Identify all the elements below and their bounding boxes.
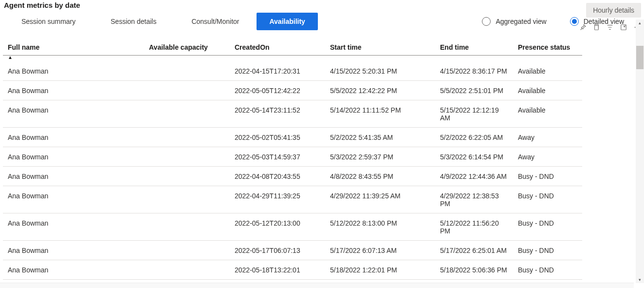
- cell-end-time: 5/18/2022 5:06:36 PM: [435, 266, 513, 274]
- scroll-thumb[interactable]: [636, 46, 644, 69]
- cell-available-capacity: [144, 219, 230, 235]
- cell-start-time: 4/8/2022 8:43:55 PM: [325, 173, 435, 180]
- cell-end-time: 5/5/2022 2:51:01 PM: [435, 87, 513, 95]
- col-created-on[interactable]: CreatedOn: [230, 43, 325, 51]
- data-table: Full name ▲ Available capacity CreatedOn…: [3, 40, 582, 280]
- cell-end-time: 5/2/2022 6:22:05 AM: [435, 134, 513, 141]
- cell-presence-status: Available: [513, 87, 581, 95]
- col-available-capacity[interactable]: Available capacity: [144, 43, 230, 51]
- cell-start-time: 5/5/2022 12:42:22 PM: [325, 87, 435, 95]
- cell-presence-status: Busy - DND: [513, 247, 581, 254]
- cell-presence-status: Busy - DND: [513, 219, 581, 235]
- cell-end-time: 5/3/2022 6:14:54 PM: [435, 153, 513, 161]
- cell-full-name: Ana Bowman: [3, 106, 144, 122]
- cell-available-capacity: [144, 247, 230, 254]
- tab-session-details[interactable]: Session details: [93, 13, 174, 30]
- tab-consult-monitor[interactable]: Consult/Monitor: [174, 13, 257, 30]
- cell-full-name: Ana Bowman: [3, 67, 144, 75]
- scrollbar-vertical[interactable]: ▴ ▾: [636, 19, 644, 283]
- cell-start-time: 5/18/2022 1:22:01 PM: [325, 266, 435, 274]
- radio-icon: [570, 17, 579, 26]
- cell-available-capacity: [144, 67, 230, 75]
- cell-start-time: 5/17/2022 6:07:13 AM: [325, 247, 435, 254]
- cell-full-name: Ana Bowman: [3, 153, 144, 161]
- cell-end-time: 5/17/2022 6:25:01 AM: [435, 247, 513, 254]
- cell-available-capacity: [144, 87, 230, 95]
- table-row[interactable]: Ana Bowman2022-05-17T06:07:135/17/2022 6…: [3, 241, 582, 260]
- scroll-up-icon[interactable]: ▴: [636, 19, 644, 26]
- cell-start-time: 4/15/2022 5:20:31 PM: [325, 67, 435, 75]
- col-start-time[interactable]: Start time: [325, 43, 435, 51]
- cell-created-on: 2022-05-18T13:22:01: [230, 266, 325, 274]
- table-row[interactable]: Ana Bowman2022-05-03T14:59:375/3/2022 2:…: [3, 147, 582, 167]
- cell-available-capacity: [144, 266, 230, 274]
- cell-presence-status: Available: [513, 106, 581, 122]
- scrollbar-horizontal[interactable]: [0, 283, 634, 288]
- cell-presence-status: Away: [513, 153, 581, 161]
- cell-full-name: Ana Bowman: [3, 192, 144, 208]
- cell-available-capacity: [144, 192, 230, 208]
- cell-full-name: Ana Bowman: [3, 134, 144, 141]
- cell-presence-status: Busy - DND: [513, 192, 581, 208]
- radio-label: Aggregated view: [496, 18, 546, 25]
- cell-end-time: 5/12/2022 11:56:20 PM: [435, 219, 513, 235]
- tab-availability[interactable]: Availability: [257, 13, 317, 30]
- cell-end-time: 4/15/2022 8:36:17 PM: [435, 67, 513, 75]
- table-row[interactable]: Ana Bowman2022-05-12T20:13:005/12/2022 8…: [3, 213, 582, 241]
- cell-presence-status: Busy - DND: [513, 266, 581, 274]
- cell-presence-status: Busy - DND: [513, 173, 581, 180]
- page-title: Agent metrics by date: [0, 0, 634, 11]
- scroll-down-icon[interactable]: ▾: [636, 276, 644, 283]
- toolbar: Session summary Session details Consult/…: [0, 11, 634, 32]
- cell-start-time: 4/29/2022 11:39:25 AM: [325, 192, 435, 208]
- sort-ascending-icon: ▲: [8, 55, 13, 60]
- col-full-name[interactable]: Full name ▲: [3, 43, 144, 51]
- cell-end-time: 5/15/2022 12:12:19 AM: [435, 106, 513, 122]
- cell-full-name: Ana Bowman: [3, 247, 144, 254]
- table-row[interactable]: Ana Bowman2022-05-02T05:41:355/2/2022 5:…: [3, 128, 582, 147]
- cell-presence-status: Away: [513, 134, 581, 141]
- cell-full-name: Ana Bowman: [3, 266, 144, 274]
- cell-created-on: 2022-04-08T20:43:55: [230, 173, 325, 180]
- table-row[interactable]: Ana Bowman2022-04-15T17:20:314/15/2022 5…: [3, 61, 582, 81]
- cell-end-time: 4/29/2022 12:38:53 PM: [435, 192, 513, 208]
- cell-available-capacity: [144, 134, 230, 141]
- cell-created-on: 2022-05-05T12:42:22: [230, 87, 325, 95]
- cell-end-time: 4/9/2022 12:44:36 AM: [435, 173, 513, 180]
- cell-available-capacity: [144, 106, 230, 122]
- radio-aggregated-view[interactable]: Aggregated view: [482, 17, 546, 26]
- cell-created-on: 2022-05-17T06:07:13: [230, 247, 325, 254]
- cell-created-on: 2022-04-29T11:39:25: [230, 192, 325, 208]
- cell-start-time: 5/12/2022 8:13:00 PM: [325, 219, 435, 235]
- pin-icon[interactable]: [579, 23, 587, 31]
- cell-available-capacity: [144, 153, 230, 161]
- filter-icon[interactable]: [606, 23, 614, 31]
- table-header: Full name ▲ Available capacity CreatedOn…: [3, 40, 582, 56]
- cell-presence-status: Available: [513, 67, 581, 75]
- focus-mode-icon[interactable]: [620, 23, 627, 31]
- tabs: Session summary Session details Consult/…: [4, 13, 318, 30]
- cell-start-time: 5/3/2022 2:59:37 PM: [325, 153, 435, 161]
- table-body: Ana Bowman2022-04-15T17:20:314/15/2022 5…: [3, 61, 582, 280]
- table-row[interactable]: Ana Bowman2022-05-14T23:11:525/14/2022 1…: [3, 100, 582, 128]
- cell-created-on: 2022-05-02T05:41:35: [230, 134, 325, 141]
- cell-full-name: Ana Bowman: [3, 219, 144, 235]
- table-row[interactable]: Ana Bowman2022-05-05T12:42:225/5/2022 12…: [3, 81, 582, 100]
- copy-icon[interactable]: [592, 23, 600, 31]
- tab-session-summary[interactable]: Session summary: [4, 13, 93, 30]
- cell-full-name: Ana Bowman: [3, 173, 144, 180]
- right-rail: Hourly details: [583, 0, 644, 31]
- cell-created-on: 2022-05-03T14:59:37: [230, 153, 325, 161]
- hourly-details-button[interactable]: Hourly details: [586, 3, 641, 18]
- cell-created-on: 2022-05-12T20:13:00: [230, 219, 325, 235]
- table-row[interactable]: Ana Bowman2022-04-08T20:43:554/8/2022 8:…: [3, 167, 582, 186]
- col-presence-status[interactable]: Presence status: [513, 43, 581, 51]
- table-row[interactable]: Ana Bowman2022-04-29T11:39:254/29/2022 1…: [3, 186, 582, 213]
- visual-actions: [579, 23, 641, 31]
- cell-full-name: Ana Bowman: [3, 87, 144, 95]
- radio-icon: [482, 17, 491, 26]
- cell-start-time: 5/2/2022 5:41:35 AM: [325, 134, 435, 141]
- col-end-time[interactable]: End time: [435, 43, 513, 51]
- cell-available-capacity: [144, 173, 230, 180]
- table-row[interactable]: Ana Bowman2022-05-18T13:22:015/18/2022 1…: [3, 260, 582, 280]
